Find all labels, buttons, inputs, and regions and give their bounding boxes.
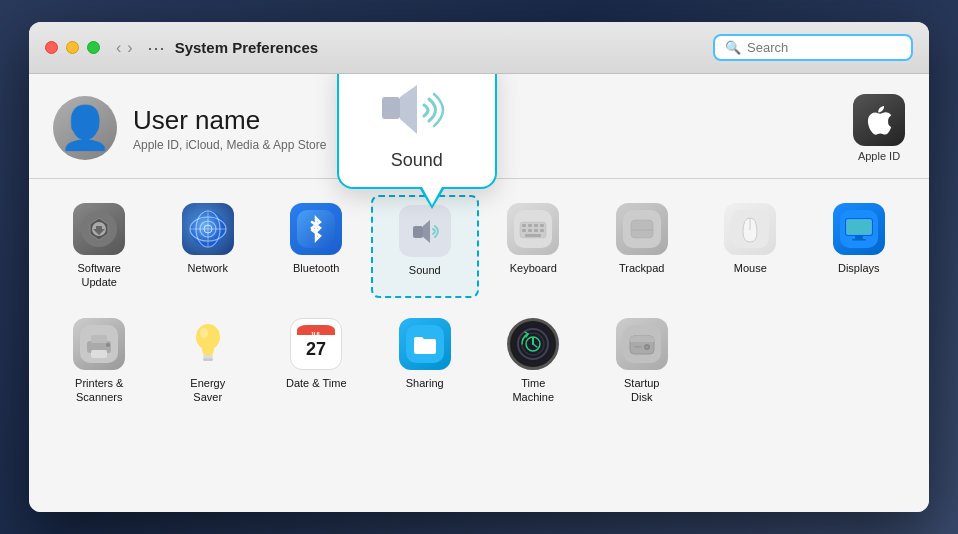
mouse-label: Mouse xyxy=(734,261,767,275)
back-button[interactable]: ‹ xyxy=(116,39,121,57)
sound-item[interactable]: Sound Sound xyxy=(371,195,480,298)
apple-id-section[interactable]: Apple ID xyxy=(853,94,905,162)
grid-icon: ⋯ xyxy=(147,37,165,59)
traffic-lights xyxy=(45,41,100,54)
svg-rect-34 xyxy=(852,239,866,241)
svg-rect-41 xyxy=(203,355,213,358)
svg-rect-59 xyxy=(630,339,654,342)
trackpad-label: Trackpad xyxy=(619,261,664,275)
timemachine-label: TimeMachine xyxy=(512,376,554,405)
minimize-button[interactable] xyxy=(66,41,79,54)
window-title: System Preferences xyxy=(175,39,713,56)
software-update-label: SoftwareUpdate xyxy=(78,261,121,290)
svg-rect-33 xyxy=(855,236,863,239)
search-box[interactable]: 🔍 xyxy=(713,34,913,61)
keyboard-item[interactable]: Keyboard xyxy=(479,195,588,298)
svg-rect-19 xyxy=(522,229,526,232)
sound-label: Sound xyxy=(409,263,441,277)
search-input[interactable] xyxy=(747,40,901,55)
energy-icon xyxy=(182,318,234,370)
network-item[interactable]: Network xyxy=(154,195,263,298)
timemachine-item[interactable]: TimeMachine xyxy=(479,310,588,413)
svg-rect-18 xyxy=(540,224,544,227)
maximize-button[interactable] xyxy=(87,41,100,54)
svg-rect-32 xyxy=(847,220,871,234)
sharing-item[interactable]: Sharing xyxy=(371,310,480,413)
keyboard-label: Keyboard xyxy=(510,261,557,275)
system-preferences-window: ‹ › ⋯ System Preferences 🔍 👤 User name A… xyxy=(29,22,929,512)
datetime-item[interactable]: 27 JUL Date & Time xyxy=(262,310,371,413)
trackpad-icon xyxy=(616,203,668,255)
svg-rect-21 xyxy=(534,229,538,232)
svg-rect-62 xyxy=(634,346,642,348)
svg-point-43 xyxy=(200,328,208,338)
svg-rect-22 xyxy=(540,229,544,232)
apple-id-icon xyxy=(853,94,905,146)
svg-rect-38 xyxy=(91,350,107,358)
bluetooth-icon xyxy=(290,203,342,255)
startup-item[interactable]: StartupDisk xyxy=(588,310,697,413)
user-avatar-icon: 👤 xyxy=(59,107,111,149)
software-update-icon xyxy=(73,203,125,255)
displays-icon xyxy=(833,203,885,255)
datetime-icon: 27 JUL xyxy=(290,318,342,370)
startup-disk-icon xyxy=(616,318,668,370)
nav-arrows: ‹ › xyxy=(116,39,133,57)
printers-label: Printers &Scanners xyxy=(75,376,123,405)
avatar: 👤 xyxy=(53,96,117,160)
svg-rect-37 xyxy=(91,335,107,343)
network-icon xyxy=(182,203,234,255)
timemachine-icon xyxy=(507,318,559,370)
sound-icon xyxy=(399,205,451,257)
apple-id-label: Apple ID xyxy=(858,150,900,162)
printers-icon xyxy=(73,318,125,370)
software-update-item[interactable]: SoftwareUpdate xyxy=(45,195,154,298)
sharing-label: Sharing xyxy=(406,376,444,390)
forward-button[interactable]: › xyxy=(127,39,132,57)
mouse-item[interactable]: Mouse xyxy=(696,195,805,298)
displays-item[interactable]: Displays xyxy=(805,195,914,298)
content-area: 👤 User name Apple ID, iCloud, Media & Ap… xyxy=(29,74,929,512)
svg-point-39 xyxy=(106,343,110,347)
bluetooth-label: Bluetooth xyxy=(293,261,339,275)
svg-rect-16 xyxy=(528,224,532,227)
svg-rect-20 xyxy=(528,229,532,232)
search-icon: 🔍 xyxy=(725,40,741,55)
datetime-label: Date & Time xyxy=(286,376,347,390)
displays-label: Displays xyxy=(838,261,880,275)
svg-text:27: 27 xyxy=(306,339,326,359)
sound-popup: Sound xyxy=(337,74,497,189)
svg-rect-25 xyxy=(631,220,653,238)
svg-point-40 xyxy=(196,324,220,350)
titlebar: ‹ › ⋯ System Preferences 🔍 xyxy=(29,22,929,74)
svg-rect-15 xyxy=(522,224,526,227)
svg-text:JUL: JUL xyxy=(311,331,323,337)
printers-item[interactable]: Printers &Scanners xyxy=(45,310,154,413)
svg-rect-10 xyxy=(382,97,400,119)
svg-rect-23 xyxy=(525,234,541,237)
svg-rect-17 xyxy=(534,224,538,227)
bluetooth-item[interactable]: Bluetooth xyxy=(262,195,371,298)
energy-label: EnergySaver xyxy=(190,376,225,405)
mouse-icon xyxy=(724,203,776,255)
trackpad-item[interactable]: Trackpad xyxy=(588,195,697,298)
sound-popup-label: Sound xyxy=(391,150,443,171)
sharing-icon xyxy=(399,318,451,370)
svg-rect-12 xyxy=(413,226,423,238)
network-label: Network xyxy=(188,261,228,275)
close-button[interactable] xyxy=(45,41,58,54)
keyboard-icon xyxy=(507,203,559,255)
energy-item[interactable]: EnergySaver xyxy=(154,310,263,413)
svg-rect-42 xyxy=(203,358,213,361)
startup-disk-label: StartupDisk xyxy=(624,376,659,405)
svg-point-61 xyxy=(645,345,648,348)
